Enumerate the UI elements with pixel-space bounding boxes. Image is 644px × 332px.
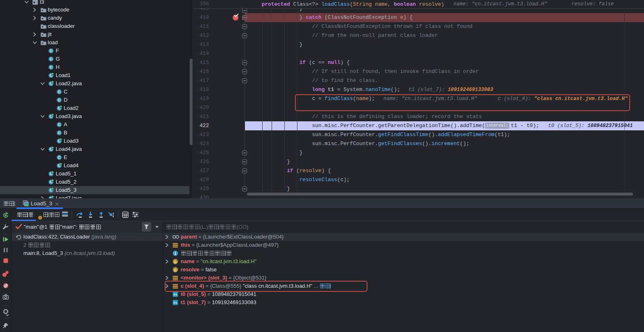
svg-text:01: 01 — [174, 293, 177, 296]
svg-text:C: C — [58, 98, 61, 102]
svg-text:p: p — [174, 268, 177, 272]
svg-text:01: 01 — [174, 301, 177, 305]
svg-text:C: C — [58, 155, 61, 159]
svg-text:C: C — [58, 131, 61, 135]
svg-text:C: C — [50, 49, 52, 53]
svg-text:C: C — [58, 123, 61, 127]
svg-text:p: p — [174, 259, 177, 264]
svg-text:C: C — [58, 90, 61, 94]
svg-text:C: C — [50, 57, 52, 61]
svg-text:C: C — [50, 65, 52, 69]
